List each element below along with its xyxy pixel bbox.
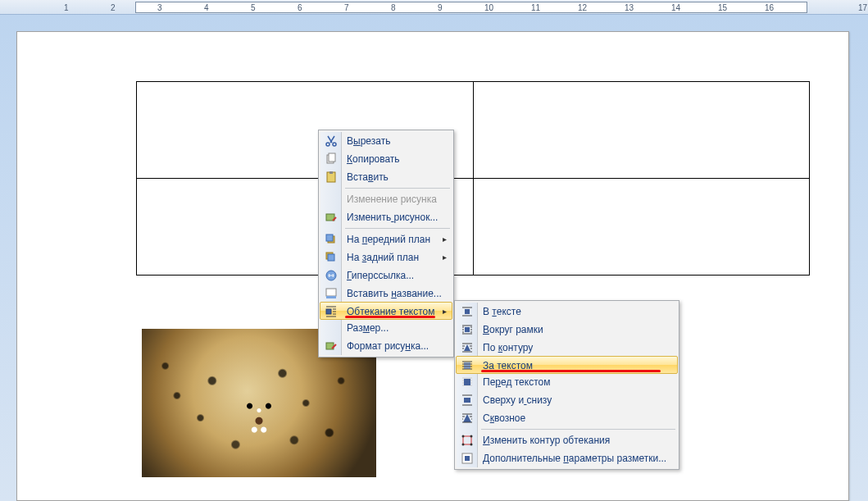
svg-point-24: [462, 435, 465, 438]
wrap-through-icon: [460, 411, 475, 426]
wrap-square-icon: [460, 322, 475, 337]
menu-item-label: Дополнительные параметры разметки...: [483, 453, 666, 464]
table-cell[interactable]: [473, 82, 810, 179]
wrap-behind-icon: [460, 358, 475, 373]
svg-rect-17: [465, 327, 470, 332]
wrap-topbot-icon: [460, 393, 475, 408]
wrap-front[interactable]: Перед текстом: [457, 373, 677, 391]
svg-point-1: [333, 143, 336, 146]
caption-icon: [324, 286, 339, 301]
svg-point-25: [470, 435, 473, 438]
table-cell[interactable]: [473, 179, 810, 276]
ctx-paste[interactable]: Вставить: [320, 168, 452, 186]
paste-icon: [324, 170, 339, 184]
wrap-through[interactable]: Сквозное: [457, 409, 677, 427]
ruler-number: 8: [391, 3, 396, 12]
back-icon: [324, 250, 339, 265]
document-table[interactable]: [136, 81, 810, 276]
front-icon: [324, 232, 339, 247]
ctx-back[interactable]: На задний план: [320, 248, 452, 266]
svg-rect-23: [463, 436, 471, 444]
edit-icon: [324, 210, 339, 225]
menu-item-label: Изменить рисунок...: [347, 212, 438, 223]
ctx-cut[interactable]: Вырезать: [320, 132, 452, 150]
wrap-tight-icon: [460, 340, 475, 355]
svg-point-26: [462, 444, 465, 446]
ruler-number: 2: [111, 3, 116, 12]
svg-rect-19: [464, 362, 470, 369]
svg-rect-20: [464, 379, 470, 385]
ruler-number: 14: [671, 3, 680, 12]
ruler-number: 6: [298, 3, 302, 12]
wrap-more[interactable]: Дополнительные параметры разметки...: [457, 449, 677, 467]
menu-item-label: Гиперссылка...: [347, 270, 414, 281]
ctx-wrap[interactable]: Обтекание текстом: [320, 302, 452, 320]
menu-item-label: Вырезать: [347, 135, 390, 147]
ruler-number: 12: [578, 3, 587, 12]
menu-item-label: Перед текстом: [483, 376, 550, 388]
ctx-hyper[interactable]: Гиперссылка...: [320, 266, 452, 285]
cut-icon: [324, 134, 339, 148]
ctx-copy[interactable]: Копировать: [320, 150, 452, 168]
svg-point-0: [326, 143, 329, 146]
picture-context-menu[interactable]: ВырезатьКопироватьВставитьИзменение рису…: [318, 130, 454, 358]
svg-rect-16: [465, 309, 470, 314]
wrap-icon: [324, 304, 339, 319]
svg-rect-10: [328, 254, 334, 261]
wrap-inline-icon: [460, 304, 475, 319]
wrap-editwrap[interactable]: Изменить контур обтекания: [457, 431, 677, 449]
link-icon: [324, 268, 339, 283]
wrap-behind[interactable]: За текстом: [456, 356, 678, 374]
svg-rect-13: [326, 296, 336, 298]
ctx-format[interactable]: Формат рисунка...: [320, 337, 452, 355]
ruler-number: 4: [204, 3, 209, 12]
menu-item-label: Изменение рисунка: [347, 194, 437, 205]
ruler-number: 3: [157, 3, 162, 12]
annotation-redline: [481, 370, 661, 372]
svg-point-27: [470, 444, 473, 446]
menu-item-label: На передний план: [347, 234, 430, 245]
ruler-number: 15: [718, 3, 727, 12]
ctx-caption[interactable]: Вставить название...: [320, 285, 452, 303]
ruler-number: 5: [251, 3, 256, 12]
svg-rect-29: [465, 456, 470, 461]
ruler-number: 1: [64, 3, 69, 12]
menu-item-label: Сверху и снизу: [483, 394, 552, 406]
ruler-number: 13: [625, 3, 634, 12]
svg-rect-5: [329, 171, 333, 174]
svg-rect-3: [329, 153, 335, 162]
ctx-front[interactable]: На передний план: [320, 230, 452, 248]
annotation-redline: [345, 316, 435, 318]
ctx-edit_pic[interactable]: Изменить рисунок...: [320, 208, 452, 226]
ruler-number: 7: [344, 3, 349, 12]
editwrap-icon: [460, 433, 475, 448]
menu-item-label: Изменить контур обтекания: [483, 435, 610, 446]
menu-item-label: Размер...: [347, 322, 389, 334]
ruler-number: 10: [484, 3, 493, 12]
ctx-size[interactable]: Размер...: [320, 319, 452, 337]
svg-rect-21: [464, 398, 470, 403]
wrap-topbot[interactable]: Сверху и снизу: [457, 391, 677, 409]
ruler-number: 11: [531, 3, 540, 12]
wrap-front-icon: [460, 375, 475, 389]
wrap-inline[interactable]: В тексте: [457, 303, 677, 321]
ruler-number: 17: [858, 3, 867, 12]
copy-icon: [324, 152, 339, 166]
text-wrap-submenu[interactable]: В текстеВокруг рамкиПо контуруЗа текстом…: [454, 300, 679, 470]
format-icon: [324, 339, 339, 353]
wrap-square[interactable]: Вокруг рамки: [457, 321, 677, 339]
svg-marker-22: [463, 414, 471, 422]
wrap-tight[interactable]: По контуру: [457, 339, 677, 357]
ruler-number: 16: [765, 3, 774, 12]
horizontal-ruler[interactable]: 3211234567891011121314151617: [0, 0, 868, 15]
menu-item-label: По контуру: [483, 342, 533, 353]
menu-item-label: Вокруг рамки: [483, 324, 543, 335]
ruler-number: 9: [438, 3, 443, 12]
menu-separator: [345, 228, 450, 229]
menu-separator: [481, 429, 675, 430]
menu-item-label: Вставить: [347, 171, 389, 183]
table-row[interactable]: [137, 82, 810, 179]
table-row[interactable]: [137, 179, 810, 276]
menu-item-label: Копировать: [347, 153, 400, 165]
menu-separator: [345, 188, 450, 189]
